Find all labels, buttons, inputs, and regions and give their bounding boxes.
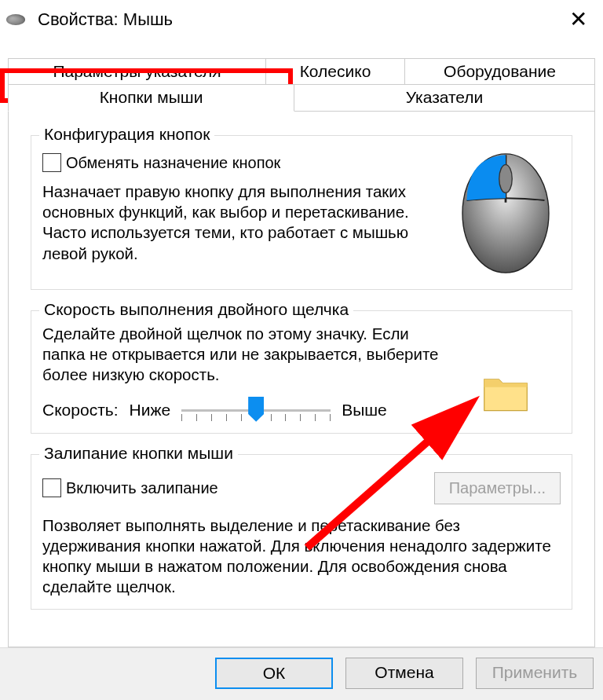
cancel-button[interactable]: Отмена: [345, 658, 463, 689]
tab-content: Конфигурация кнопок Обменять назначение …: [8, 111, 595, 647]
group-doubleclick-speed: Скорость выполнения двойного щелчка Сдел…: [31, 310, 572, 434]
tab-pointers[interactable]: Указатели: [294, 84, 595, 112]
apply-button: Применить: [476, 658, 594, 689]
speed-low-label: Ниже: [130, 401, 171, 420]
group-button-config-title: Конфигурация кнопок: [39, 125, 214, 144]
group-button-config: Конфигурация кнопок Обменять назначение …: [31, 135, 572, 290]
clicklock-checkbox[interactable]: [42, 478, 61, 497]
tab-pointer-options[interactable]: Параметры указателя: [8, 58, 266, 85]
clicklock-description: Позволяет выполнять выделение и перетаск…: [42, 515, 561, 598]
group-clicklock-title: Залипание кнопки мыши: [39, 444, 238, 463]
tabs-container: Параметры указателя Колесико Оборудовани…: [0, 39, 603, 112]
titlebar: Свойства: Мышь ✕: [0, 0, 603, 39]
clicklock-settings-button: Параметры...: [434, 472, 561, 504]
ok-button[interactable]: ОК: [215, 658, 333, 689]
close-icon[interactable]: ✕: [560, 5, 597, 34]
group-clicklock: Залипание кнопки мыши Включить залипание…: [31, 454, 572, 610]
swap-buttons-description: Назначает правую кнопку для выполнения т…: [42, 181, 441, 264]
mouse-icon: [6, 14, 25, 25]
swap-buttons-checkbox[interactable]: [42, 153, 61, 172]
dialog-button-row: ОК Отмена Применить: [0, 647, 603, 700]
group-speed-title: Скорость выполнения двойного щелчка: [39, 300, 353, 319]
tab-hardware[interactable]: Оборудование: [405, 58, 595, 85]
tab-buttons[interactable]: Кнопки мыши: [8, 84, 294, 112]
svg-point-1: [499, 165, 513, 193]
clicklock-label: Включить залипание: [66, 479, 218, 497]
speed-description: Сделайте двойной щелчок по этому значку.…: [42, 324, 441, 386]
speed-high-label: Выше: [342, 401, 387, 420]
swap-buttons-label: Обменять назначение кнопок: [66, 154, 280, 172]
speed-label: Скорость:: [42, 401, 119, 420]
speed-slider[interactable]: [181, 398, 331, 422]
folder-test-icon[interactable]: [481, 368, 530, 416]
mouse-properties-dialog: Свойства: Мышь ✕ Параметры указателя Кол…: [0, 0, 603, 700]
tab-wheel[interactable]: Колесико: [266, 58, 405, 85]
mouse-illustration: [451, 148, 561, 278]
window-title: Свойства: Мышь: [38, 9, 560, 30]
